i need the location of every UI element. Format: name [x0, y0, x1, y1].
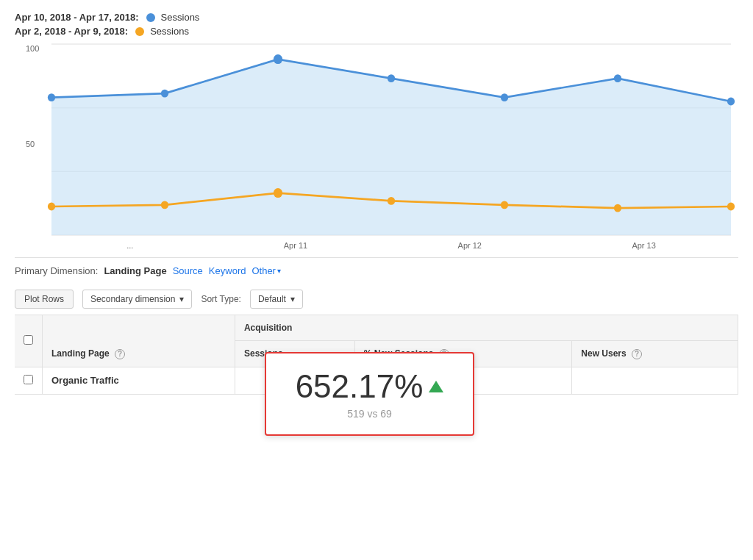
- x-label-apr12: Apr 12: [458, 241, 482, 250]
- blue-dot-4: [388, 74, 395, 82]
- data-table-section: Landing Page ? Acquisition Sessions % Ne…: [15, 315, 738, 395]
- secondary-dimension-label: Secondary dimension: [90, 294, 175, 304]
- orange-dot-5: [501, 201, 508, 209]
- blue-dot-6: [614, 74, 621, 82]
- orange-dot-2: [161, 201, 168, 209]
- primary-dimension-bar: Primary Dimension: Landing Page Source K…: [15, 257, 738, 284]
- plot-rows-button[interactable]: Plot Rows: [15, 290, 74, 309]
- chart-legend: Apr 10, 2018 - Apr 17, 2018: Sessions Ap…: [15, 12, 738, 37]
- chart-area: 100 50: [51, 44, 731, 235]
- dimension-keyword[interactable]: Keyword: [209, 265, 246, 276]
- sort-type-label: Sort Type:: [201, 294, 240, 304]
- tooltip-up-arrow: [429, 381, 443, 392]
- sort-default-dropdown[interactable]: Default ▾: [250, 290, 303, 309]
- blue-dot-2: [161, 90, 168, 98]
- sort-chevron: ▾: [290, 294, 295, 304]
- y-label-100: 100: [26, 44, 39, 53]
- legend-dot-2: [135, 27, 144, 36]
- x-label-apr11: Apr 11: [284, 241, 307, 250]
- legend-series-2: Sessions: [150, 26, 189, 37]
- x-label-apr13: Apr 13: [632, 241, 655, 250]
- new-users-help-icon[interactable]: ?: [632, 349, 642, 359]
- legend-row-1: Apr 10, 2018 - Apr 17, 2018: Sessions: [15, 12, 738, 23]
- secondary-dimension-chevron: ▾: [179, 294, 184, 304]
- legend-date-range-2: Apr 2, 2018 - Apr 9, 2018:: [15, 26, 128, 37]
- chart-svg: [51, 44, 731, 235]
- dimension-other[interactable]: Other ▾: [251, 265, 281, 276]
- tooltip-percent-display: 652.17%: [284, 368, 455, 405]
- select-all-checkbox[interactable]: [24, 335, 33, 345]
- other-label: Other: [251, 265, 276, 276]
- orange-dot-3: [274, 188, 282, 198]
- orange-dot-7: [727, 203, 735, 211]
- organic-traffic-cell: Organic Traffic: [43, 367, 235, 394]
- other-chevron: ▾: [277, 267, 281, 275]
- y-label-50: 50: [26, 140, 39, 148]
- chart-y-axis: 100 50: [26, 44, 39, 235]
- controls-bar: Plot Rows Secondary dimension ▾ Sort Typ…: [15, 284, 738, 315]
- blue-dot-1: [48, 93, 55, 101]
- landing-page-header: Landing Page ?: [43, 315, 235, 367]
- new-users-header: New Users ?: [572, 341, 738, 367]
- legend-date-range-1: Apr 10, 2018 - Apr 17, 2018:: [15, 12, 139, 23]
- dimension-source[interactable]: Source: [173, 265, 203, 276]
- row-checkbox[interactable]: [24, 375, 33, 384]
- primary-dimension-label: Primary Dimension:: [15, 265, 98, 276]
- blue-dot-5: [501, 93, 508, 101]
- landing-page-help-icon[interactable]: ?: [115, 349, 125, 359]
- sort-default-label: Default: [258, 294, 286, 304]
- orange-dot-6: [614, 204, 621, 212]
- comparison-tooltip: 652.17% 519 vs 69: [265, 352, 474, 436]
- acquisition-header: Acquisition: [235, 315, 738, 341]
- row-checkbox-cell: [15, 367, 43, 394]
- chart-x-axis: ... Apr 11 Apr 12 Apr 13: [51, 241, 731, 250]
- tooltip-percent-value: 652.17%: [296, 368, 424, 405]
- secondary-dimension-dropdown[interactable]: Secondary dimension ▾: [82, 290, 192, 309]
- tooltip-compare-values: 519 vs 69: [284, 408, 455, 420]
- dimension-landing-page[interactable]: Landing Page: [104, 265, 166, 276]
- legend-series-1: Sessions: [161, 12, 200, 23]
- orange-dot-4: [388, 197, 395, 205]
- new-users-cell: [572, 367, 738, 394]
- blue-dot-7: [727, 98, 735, 106]
- legend-dot-1: [146, 13, 155, 22]
- organic-traffic-label: Organic Traffic: [51, 375, 119, 386]
- checkbox-header: [15, 315, 43, 367]
- legend-row-2: Apr 2, 2018 - Apr 9, 2018: Sessions: [15, 26, 738, 37]
- orange-dot-1: [48, 203, 55, 211]
- blue-dot-3: [274, 54, 282, 64]
- x-label-dots: ...: [126, 241, 133, 250]
